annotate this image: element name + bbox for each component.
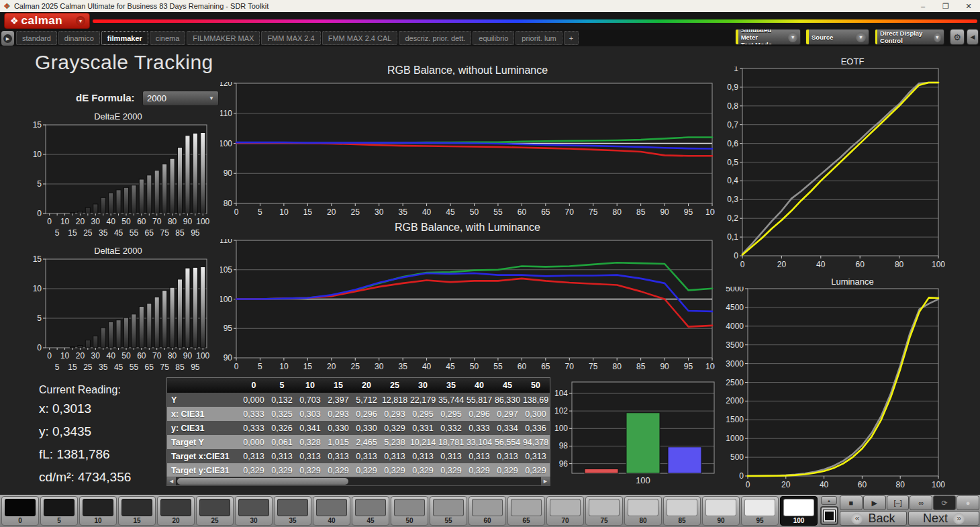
patch-button-85[interactable]: 85 — [663, 496, 701, 526]
pattern-window-button[interactable] — [820, 506, 838, 525]
tab-fmm-max-2-4[interactable]: FMM MAX 2.4 — [261, 31, 320, 45]
patch-button-100[interactable]: 100 — [780, 496, 818, 526]
patch-button-80[interactable]: 80 — [624, 496, 662, 526]
svg-text:50: 50 — [121, 351, 131, 361]
close-button[interactable]: ✕ — [957, 2, 980, 11]
tab-descriz-prior-dett-[interactable]: descriz. prior. dett. — [399, 31, 471, 45]
patch-swatch — [667, 499, 697, 516]
tab-filmmaker[interactable]: filmmaker — [101, 31, 148, 45]
patch-swatch — [238, 499, 269, 516]
patch-label: 95 — [742, 517, 778, 524]
patch-button-90[interactable]: 90 — [702, 496, 740, 526]
svg-text:0: 0 — [734, 251, 738, 260]
patch-label: 20 — [158, 517, 194, 524]
table-cell: 0,330 — [352, 421, 381, 435]
table-cell: 0,313 — [522, 449, 550, 463]
patch-scroll-up-button[interactable]: ▲ — [821, 496, 837, 505]
table-cell: 0,061 — [268, 435, 296, 449]
table-cell: 2,397 — [324, 393, 352, 407]
table-cell: 0,293 — [381, 407, 409, 421]
meter-dropdown[interactable]: Simulated Meter Test Mode ▼ — [735, 29, 801, 45]
patch-button-10[interactable]: 10 — [79, 496, 117, 526]
patch-button-5[interactable]: 5 — [40, 496, 78, 526]
patch-label: 25 — [197, 517, 233, 524]
patch-button-30[interactable]: 30 — [235, 496, 273, 526]
tab-scroll-button[interactable]: ▶ — [1, 31, 14, 46]
svg-text:5: 5 — [258, 207, 262, 217]
de-formula-value: 2000 — [147, 93, 166, 103]
table-cell: 0,293 — [324, 407, 352, 421]
tab-priorit-lum[interactable]: priorit. lum — [516, 31, 562, 45]
patch-button-75[interactable]: 75 — [585, 496, 623, 526]
patch-label: 40 — [313, 517, 350, 524]
tab-dinamico[interactable]: dinamico — [58, 31, 100, 45]
table-cell: 12,818 — [381, 393, 409, 407]
patch-button-55[interactable]: 55 — [430, 496, 467, 526]
scroll-right-icon[interactable]: ▶ — [541, 477, 550, 485]
play-button[interactable]: ▶ — [863, 495, 886, 510]
tab-cinema[interactable]: cinema — [150, 31, 185, 45]
patch-button-65[interactable]: 65 — [507, 496, 545, 526]
table-header-cell: 45 — [493, 378, 522, 393]
svg-text:95: 95 — [684, 207, 693, 217]
svg-text:10: 10 — [60, 217, 70, 226]
patch-button-40[interactable]: 40 — [313, 496, 350, 526]
chart-rgb_bars: 9698100102104100 — [552, 377, 717, 486]
patch-button-95[interactable]: 95 — [741, 496, 779, 526]
patch-button-70[interactable]: 70 — [546, 496, 584, 526]
stop-button[interactable]: ■ — [840, 495, 863, 510]
de-formula-select[interactable]: 2000 ▼ — [142, 91, 219, 106]
table-cell: 0,329 — [465, 463, 493, 477]
svg-text:20: 20 — [327, 207, 336, 217]
patch-button-20[interactable]: 20 — [157, 496, 195, 526]
patch-swatch — [394, 499, 425, 516]
table-cell: 0,313 — [409, 449, 437, 463]
table-header-cell: 50 — [522, 378, 550, 393]
transport-panel: ▲ ■▶[–]∞⟳● « Back Next » — [819, 495, 980, 527]
tab-add-button[interactable]: + — [564, 31, 579, 45]
patch-button-0[interactable]: 0 — [1, 496, 39, 526]
svg-text:96: 96 — [559, 459, 569, 469]
collapse-panel-button[interactable]: ◀ — [967, 29, 979, 45]
table-row: Target y:CIE310,3290,3290,3290,3290,3290… — [167, 463, 550, 477]
next-button[interactable]: Next » — [908, 511, 979, 526]
table-cell: 56,554 — [493, 435, 522, 449]
patch-button-25[interactable]: 25 — [196, 496, 234, 526]
tab-filmmaker-max[interactable]: FILMMAKER MAX — [187, 31, 260, 45]
tab-fmm-max-2-4-cal[interactable]: FMM MAX 2.4 CAL — [322, 31, 398, 45]
svg-text:1500: 1500 — [726, 415, 744, 424]
source-dropdown[interactable]: Source ▼ — [805, 29, 869, 45]
minimize-button[interactable]: – — [912, 2, 934, 11]
patch-swatch — [783, 499, 814, 516]
svg-text:3000: 3000 — [726, 359, 744, 369]
svg-text:5000: 5000 — [726, 287, 744, 293]
tab-equilibrio[interactable]: equilibrio — [473, 31, 514, 45]
settings-button[interactable]: ⚙ — [950, 29, 965, 45]
record-button[interactable]: ● — [957, 495, 979, 510]
scrollbar-thumb[interactable] — [177, 478, 348, 485]
patch-button-50[interactable]: 50 — [391, 496, 428, 526]
patch-swatch — [83, 499, 113, 516]
patch-button-60[interactable]: 60 — [469, 496, 506, 526]
patch-button-45[interactable]: 45 — [352, 496, 389, 526]
restore-button[interactable]: ❐ — [934, 2, 957, 11]
table-scrollbar[interactable]: ◀ ▶ — [166, 477, 550, 486]
svg-text:35: 35 — [99, 228, 108, 238]
table-header-cell: 20 — [352, 378, 381, 393]
patch-swatch — [277, 499, 308, 516]
chart-deltae1: DeltaE 200005101505101520253035404550556… — [23, 111, 213, 242]
loop-infinite-button[interactable]: ∞ — [910, 495, 932, 510]
calman-menu-button[interactable]: ❖ calman ▼ — [4, 13, 90, 29]
scroll-left-icon[interactable]: ◀ — [167, 477, 176, 485]
tab-standard[interactable]: standard — [16, 31, 57, 45]
table-cell: 0,132 — [268, 393, 296, 407]
patch-button-15[interactable]: 15 — [118, 496, 156, 526]
reading-cdm2: cd/m²: 4734,356 — [39, 470, 131, 485]
svg-text:100: 100 — [932, 260, 945, 269]
back-button[interactable]: « Back — [840, 511, 907, 526]
patch-button-35[interactable]: 35 — [274, 496, 311, 526]
refresh-button[interactable]: ⟳ — [933, 495, 956, 510]
svg-text:0: 0 — [47, 217, 52, 226]
ab-loop-button[interactable]: [–] — [887, 495, 910, 510]
display-control-dropdown[interactable]: Direct Display Control ▼ — [875, 29, 944, 45]
